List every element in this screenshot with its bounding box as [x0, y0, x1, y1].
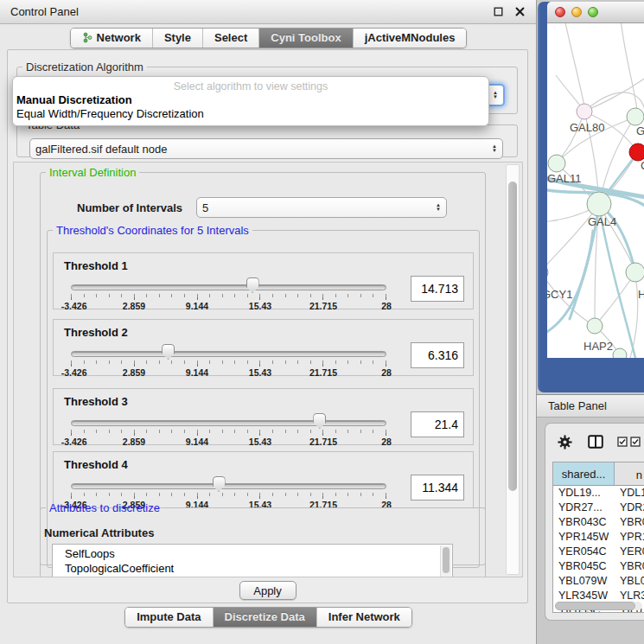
scrollbar-thumb[interactable]: [443, 547, 450, 573]
node-gal11[interactable]: [548, 155, 565, 172]
slider-thumb[interactable]: [213, 476, 226, 492]
table-row[interactable]: YBR043CYBR0: [553, 515, 644, 530]
cell[interactable]: YBR0: [615, 515, 644, 530]
tab-style[interactable]: Style: [152, 29, 202, 48]
table-row[interactable]: YBR045CYBR0: [553, 559, 644, 574]
table-row[interactable]: YBL079WYBL0: [553, 574, 644, 589]
settings-scrollbar[interactable]: [506, 164, 520, 575]
checkbox-checked-icon[interactable]: [630, 437, 641, 447]
node-h[interactable]: [626, 263, 644, 282]
column-header-name[interactable]: n: [615, 462, 644, 485]
slider-track[interactable]: [71, 284, 386, 290]
tab-style-label: Style: [164, 31, 191, 44]
slider-ticks: [71, 493, 386, 496]
tab-infer-network[interactable]: Infer Network: [316, 608, 411, 627]
table-header-row: shared... n: [553, 462, 644, 486]
close-icon[interactable]: [514, 6, 526, 17]
cell[interactable]: YBR0: [615, 559, 644, 574]
node-label: GAL4: [588, 215, 616, 228]
threshold-2-value[interactable]: 6.316: [411, 342, 464, 368]
slider-track[interactable]: [71, 483, 386, 489]
cell[interactable]: YBR045C: [553, 559, 615, 574]
column-header-shared-name[interactable]: shared...: [553, 462, 615, 485]
node-selected-red[interactable]: [629, 143, 644, 161]
node-label: H: [638, 288, 644, 301]
threshold-4-value[interactable]: 11.344: [411, 475, 464, 501]
table-data-select[interactable]: galFiltered.sif default node ▲▼: [29, 138, 503, 159]
threshold-1-slider[interactable]: -3.426 2.859 9.144 15.43 21.715 28: [71, 279, 386, 309]
apply-button[interactable]: Apply: [239, 581, 296, 600]
close-traffic-light-icon[interactable]: [555, 7, 565, 17]
threshold-3-label: Threshold 3: [64, 395, 128, 408]
table-panel: shared... n YDL19...YDL1 YDR27...YDR2 YB…: [545, 423, 644, 621]
dropdown-option-equal-width-frequency[interactable]: Equal Width/Frequency Discretization: [13, 107, 488, 121]
tick-label: 9.144: [186, 437, 208, 447]
cell[interactable]: YPR145W: [553, 530, 615, 545]
tab-jactivemnodules[interactable]: jActiveMNodules: [353, 29, 467, 48]
cell[interactable]: YER0: [615, 545, 644, 559]
slider-track[interactable]: [71, 420, 386, 426]
node-bottom[interactable]: [613, 348, 627, 358]
cell[interactable]: YBL0: [615, 574, 644, 589]
tick-label: 28: [381, 437, 392, 447]
tab-discretize-data[interactable]: Discretize Data: [213, 608, 316, 627]
tab-select[interactable]: Select: [202, 29, 258, 48]
node-gal4[interactable]: [587, 192, 611, 216]
network-canvas[interactable]: GAL80 GA C GAL11 GAL4 GCY1 H HAP2: [547, 23, 644, 358]
numerical-attributes-label: Numerical Attributes: [44, 526, 154, 539]
cell[interactable]: YPR1: [615, 530, 644, 545]
tab-impute-data[interactable]: Impute Data: [125, 608, 212, 627]
slider-thumb[interactable]: [246, 277, 259, 293]
threshold-3-value[interactable]: 21.4: [411, 411, 464, 437]
scrollbar-thumb[interactable]: [555, 602, 635, 610]
cell[interactable]: YER054C: [553, 545, 615, 559]
table-row[interactable]: YDL19...YDL1: [553, 486, 644, 501]
list-item[interactable]: BetweennessCentrality: [53, 576, 452, 577]
table-row[interactable]: YPR145WYPR1: [553, 530, 644, 545]
gear-icon[interactable]: [558, 435, 572, 450]
node-gcy1[interactable]: [547, 265, 548, 280]
tab-cyni-toolbox[interactable]: Cyni Toolbox: [258, 29, 352, 48]
threshold-2-slider[interactable]: -3.426 2.859 9.144 15.43 21.715 28: [71, 346, 386, 375]
list-scrollbar[interactable]: [440, 545, 451, 577]
cell[interactable]: YBR043C: [553, 515, 615, 530]
slider-thumb[interactable]: [162, 344, 175, 360]
table-row[interactable]: YDR27...YDR2: [553, 501, 644, 515]
table-horizontal-scrollbar[interactable]: [555, 602, 642, 610]
table-panel-titlebar: Table Panel: [537, 394, 644, 418]
tick-label: 28: [381, 301, 392, 311]
tab-discretize-data-label: Discretize Data: [225, 610, 305, 623]
table-row[interactable]: YER054CYER0: [553, 545, 644, 559]
threshold-4-panel: Threshold 4 -3.426 2.859 9.144 15.43: [53, 451, 474, 508]
slider-track[interactable]: [71, 351, 386, 357]
list-item[interactable]: TopologicalCoefficient: [53, 561, 452, 576]
number-of-intervals-select[interactable]: 5 ▲▼: [196, 197, 447, 218]
checkbox-checked-icon[interactable]: [617, 437, 628, 447]
tab-network[interactable]: Network: [71, 29, 152, 48]
list-item[interactable]: SelfLoops: [53, 546, 452, 561]
cell[interactable]: YBL079W: [553, 574, 615, 589]
cell[interactable]: YDL19...: [553, 486, 615, 501]
network-window-titlebar: [547, 2, 644, 23]
network-icon: [82, 32, 92, 43]
node-hap2[interactable]: [587, 318, 603, 334]
stepper-arrows-icon: ▲▼: [487, 144, 497, 153]
threshold-1-value[interactable]: 14.713: [411, 276, 464, 302]
discretization-algorithm-group-title: Discretization Algorithm: [22, 61, 147, 73]
split-columns-icon[interactable]: [588, 435, 603, 449]
node-gal80[interactable]: [577, 104, 592, 119]
cell[interactable]: YDR27...: [553, 501, 615, 515]
slider-thumb[interactable]: [313, 413, 326, 429]
minimize-traffic-light-icon[interactable]: [571, 7, 582, 17]
threshold-3-slider[interactable]: -3.426 2.859 9.144 15.43 21.715 28: [71, 415, 386, 444]
scrollbar-thumb[interactable]: [508, 182, 517, 491]
dropdown-option-manual-discretization[interactable]: Manual Discretization: [13, 93, 488, 107]
cell[interactable]: YDR2: [615, 501, 644, 515]
node-label: GA: [636, 124, 644, 137]
node-top-right[interactable]: [627, 108, 644, 125]
zoom-traffic-light-icon[interactable]: [588, 7, 598, 17]
cell[interactable]: YDL1: [615, 486, 644, 501]
table-data-select-value: galFiltered.sif default node: [35, 143, 487, 156]
float-window-icon[interactable]: [493, 6, 504, 17]
tick-label: 15.43: [249, 437, 271, 447]
